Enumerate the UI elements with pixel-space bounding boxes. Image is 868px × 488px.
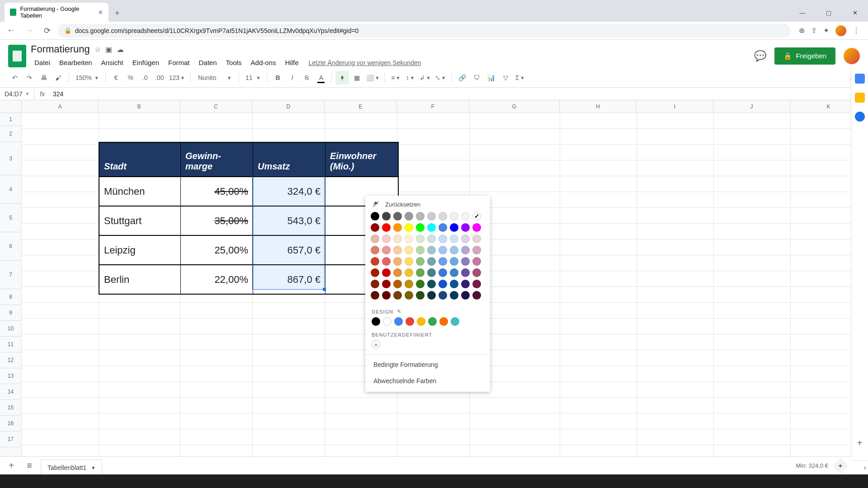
row-header-15[interactable]: 15 <box>0 400 21 416</box>
color-swatch[interactable] <box>461 291 470 300</box>
color-swatch[interactable] <box>382 268 391 277</box>
color-swatch[interactable] <box>427 257 436 266</box>
menu-daten[interactable]: Daten <box>195 57 221 68</box>
color-swatch[interactable] <box>405 257 413 266</box>
link-button[interactable]: 🔗 <box>455 71 469 84</box>
tasks-addon-icon[interactable] <box>855 112 865 122</box>
last-edit-link[interactable]: Letzte Änderung vor wenigen Sekunden <box>308 59 421 66</box>
text-color-button[interactable]: A <box>314 71 328 84</box>
redo-button[interactable]: ↷ <box>23 71 36 84</box>
more-formats-button[interactable]: 123▼ <box>167 71 187 84</box>
color-swatch[interactable] <box>382 257 391 266</box>
color-swatch[interactable] <box>416 280 425 288</box>
color-swatch[interactable] <box>472 280 481 288</box>
table-cell[interactable]: 657,0 € <box>253 236 326 264</box>
col-header-A[interactable]: A <box>22 100 99 113</box>
paint-format-button[interactable]: 🖌 <box>52 71 65 84</box>
color-swatch[interactable] <box>405 212 413 221</box>
functions-button[interactable]: Σ▼ <box>513 71 527 84</box>
theme-swatch[interactable] <box>417 317 425 326</box>
color-swatch[interactable] <box>382 235 391 243</box>
strikethrough-button[interactable]: S <box>300 71 313 84</box>
table-cell[interactable]: 45,00% <box>181 177 253 206</box>
color-swatch[interactable] <box>371 235 379 243</box>
color-swatch[interactable] <box>450 212 458 221</box>
color-swatch[interactable] <box>439 268 447 277</box>
zoom-icon[interactable]: ⊕ <box>799 26 805 35</box>
menu-hilfe[interactable]: Hilfe <box>281 57 302 68</box>
merge-button[interactable]: ⬜▼ <box>364 71 381 84</box>
color-swatch[interactable] <box>472 235 481 243</box>
col-header-I[interactable]: I <box>637 100 713 113</box>
color-swatch[interactable] <box>450 246 458 254</box>
color-swatch[interactable] <box>450 280 458 288</box>
col-header-F[interactable]: F <box>397 100 469 113</box>
color-swatch[interactable] <box>405 291 413 300</box>
theme-swatch[interactable] <box>439 317 448 326</box>
menu-datei[interactable]: Datei <box>31 57 54 68</box>
share-page-icon[interactable]: ⇪ <box>811 26 817 35</box>
status-summary[interactable]: Min: 324,0 € <box>796 462 828 469</box>
h-align-button[interactable]: ≡▼ <box>389 71 402 84</box>
theme-swatch[interactable] <box>383 317 392 326</box>
color-swatch[interactable] <box>427 223 436 232</box>
color-swatch[interactable] <box>416 257 425 266</box>
table-cell[interactable]: 22,00% <box>181 265 253 294</box>
filter-button[interactable]: ▽ <box>499 71 512 84</box>
table-cell[interactable]: 867,0 € <box>253 265 326 294</box>
col-header-C[interactable]: C <box>180 100 252 113</box>
cells-area[interactable]: StadtGewinn-margeUmsatzEinwohner(Mio.) M… <box>22 113 868 465</box>
chevron-down-icon[interactable]: ▼ <box>91 465 95 470</box>
color-swatch[interactable] <box>371 246 379 254</box>
table-cell[interactable]: 543,0 € <box>253 206 326 235</box>
window-maximize[interactable]: ▢ <box>816 4 842 22</box>
keep-addon-icon[interactable] <box>855 93 865 103</box>
table-cell[interactable]: 25,00% <box>181 236 253 264</box>
select-all-corner[interactable] <box>0 100 22 113</box>
profile-avatar-small[interactable] <box>835 25 846 36</box>
bold-button[interactable]: B <box>271 71 284 84</box>
calendar-addon-icon[interactable] <box>855 74 865 84</box>
nav-forward[interactable]: → <box>22 23 36 38</box>
color-swatch[interactable] <box>439 280 447 288</box>
nav-back[interactable]: ← <box>4 23 18 38</box>
color-swatch[interactable] <box>439 246 447 254</box>
table-cell[interactable]: Stuttgart <box>99 206 181 235</box>
color-swatch[interactable] <box>472 291 481 300</box>
new-tab-button[interactable]: + <box>108 5 126 22</box>
table-header[interactable]: Umsatz <box>253 143 326 176</box>
row-header-1[interactable]: 1 <box>0 113 21 126</box>
color-swatch[interactable] <box>427 246 436 254</box>
borders-button[interactable]: ▦ <box>350 71 363 84</box>
color-swatch[interactable] <box>393 235 402 243</box>
theme-swatch[interactable] <box>372 317 380 326</box>
explore-button[interactable]: ✦ <box>832 457 849 474</box>
color-swatch[interactable] <box>439 223 447 232</box>
undo-button[interactable]: ↶ <box>8 71 22 84</box>
menu-add-ons[interactable]: Add-ons <box>247 57 280 68</box>
row-header-5[interactable]: 5 <box>0 204 21 232</box>
theme-swatch[interactable] <box>406 317 414 326</box>
color-swatch[interactable] <box>461 257 470 266</box>
browser-tab[interactable]: Formatierung - Google Tabellen ✕ <box>5 3 108 22</box>
theme-swatch[interactable] <box>428 317 437 326</box>
table-header[interactable]: Gewinn-marge <box>181 143 253 176</box>
col-header-J[interactable]: J <box>713 100 790 113</box>
color-swatch[interactable] <box>472 246 481 254</box>
color-swatch[interactable] <box>382 291 391 300</box>
row-header-17[interactable]: 17 <box>0 432 21 447</box>
row-header-12[interactable]: 12 <box>0 352 21 368</box>
print-button[interactable]: 🖶 <box>37 71 51 84</box>
color-swatch[interactable] <box>450 235 458 243</box>
row-header-7[interactable]: 7 <box>0 261 21 289</box>
color-swatch[interactable] <box>371 291 379 300</box>
color-swatch[interactable] <box>382 246 391 254</box>
color-swatch[interactable] <box>472 268 481 277</box>
color-swatch[interactable] <box>416 246 425 254</box>
row-header-4[interactable]: 4 <box>0 175 21 204</box>
color-swatch[interactable] <box>461 212 470 221</box>
side-panel-collapse[interactable]: › <box>864 464 866 472</box>
color-swatch[interactable] <box>393 212 402 221</box>
reset-color-button[interactable]: Zurücksetzen <box>385 201 420 208</box>
rotate-button[interactable]: ⤡▼ <box>433 71 448 84</box>
